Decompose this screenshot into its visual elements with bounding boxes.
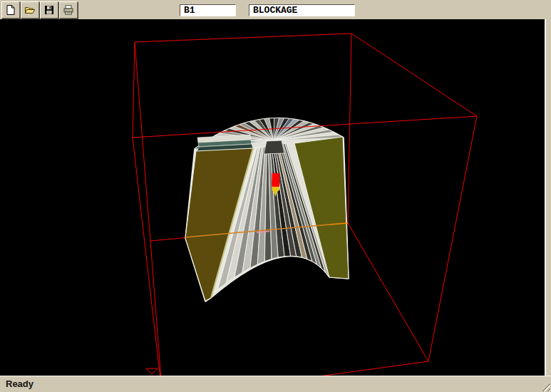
scene-canvas[interactable] — [0, 19, 551, 376]
new-document-icon — [5, 4, 16, 16]
print-icon — [63, 4, 74, 16]
new-button[interactable] — [1, 1, 20, 19]
save-button[interactable] — [40, 1, 58, 19]
3d-viewport[interactable] — [0, 19, 551, 376]
status-bar: Ready — [0, 376, 551, 392]
window-right-border — [545, 19, 551, 376]
resize-grip-icon[interactable] — [541, 382, 550, 391]
toolbar — [0, 0, 551, 19]
save-floppy-icon — [43, 4, 55, 16]
blockage-id-field[interactable] — [180, 4, 236, 16]
app-window: Ready — [0, 0, 551, 392]
open-folder-icon — [24, 4, 36, 16]
print-button[interactable] — [59, 1, 78, 19]
status-message: Ready — [6, 378, 34, 389]
blockage-name-field[interactable] — [249, 4, 355, 16]
open-button[interactable] — [21, 1, 39, 19]
